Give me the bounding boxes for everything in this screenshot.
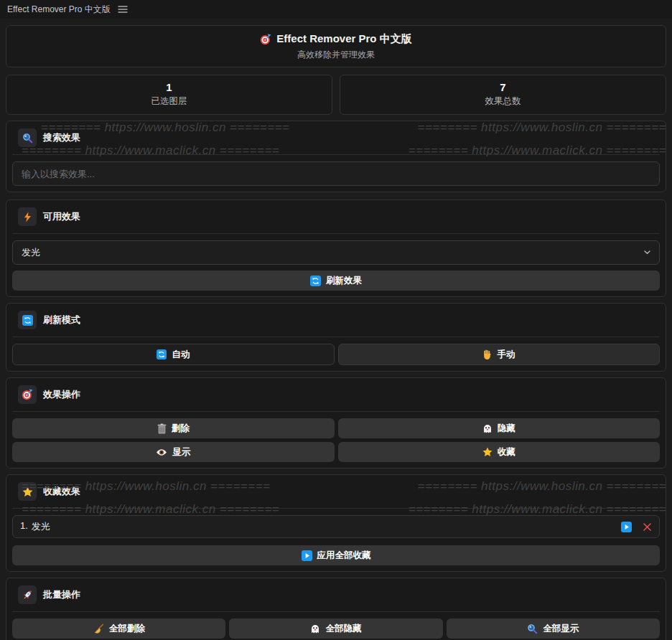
show-all-button[interactable]: 全部显示 — [447, 618, 660, 639]
auto-mode-button[interactable]: 自动 — [12, 344, 335, 365]
lightning-icon — [18, 207, 37, 226]
delete-all-button[interactable]: 全部删除 — [12, 618, 225, 639]
play-icon — [621, 522, 632, 532]
batch-header: 批量操作 — [12, 584, 660, 612]
operations-grid: 删除 隐藏 — [12, 418, 660, 462]
favorite-name: 1.发光 — [20, 520, 621, 533]
button-label: 显示 — [172, 446, 190, 458]
selected-effect: 发光 — [22, 246, 40, 259]
refresh-effects-button[interactable]: 刷新效果 — [12, 270, 660, 291]
section-title: 搜索效果 — [43, 131, 80, 144]
stat-label: 已选图层 — [6, 95, 332, 108]
button-label: 应用全部收藏 — [317, 550, 371, 562]
hide-effect-button[interactable]: 隐藏 — [338, 418, 661, 438]
broom-icon — [93, 623, 104, 634]
stat-value: 1 — [6, 81, 332, 93]
stat-value: 7 — [340, 81, 666, 93]
search-icon — [527, 623, 538, 634]
hand-icon — [482, 349, 492, 360]
stats-row: 1 已选图层 7 效果总数 — [6, 75, 666, 115]
section-title: 效果操作 — [43, 388, 80, 401]
show-effect-button[interactable]: 显示 — [12, 442, 335, 462]
ghost-icon — [482, 423, 493, 434]
favorites-section: 收藏效果 1.发光 — [6, 474, 666, 572]
eye-icon — [156, 448, 167, 456]
batch-section: 批量操作 全部删除 — [6, 578, 666, 640]
delete-effect-button[interactable]: 删除 — [12, 418, 335, 438]
stat-label: 效果总数 — [340, 95, 666, 108]
section-title: 收藏效果 — [43, 485, 80, 498]
header-card: Effect Remover Pro 中文版 高效移除并管理效果 — [6, 25, 666, 67]
search-input[interactable] — [12, 161, 660, 186]
rocket-icon — [18, 585, 37, 604]
button-label: 删除 — [172, 423, 190, 435]
favorite-effect-button[interactable]: 收藏 — [338, 442, 661, 462]
refresh-mode-header: 刷新模式 — [12, 309, 660, 337]
button-label: 全部删除 — [109, 623, 145, 635]
section-title: 可用效果 — [43, 210, 80, 223]
page-title: Effect Remover Pro 中文版 — [276, 32, 411, 46]
main-content: Effect Remover Pro 中文版 高效移除并管理效果 1 已选图层 … — [0, 19, 672, 640]
refresh-mode-section: 刷新模式 自动 — [6, 303, 666, 372]
button-label: 自动 — [172, 349, 190, 361]
page-subtitle: 高效移除并管理效果 — [12, 49, 660, 61]
refresh-icon — [18, 311, 37, 329]
trash-icon — [157, 423, 167, 434]
button-label: 全部显示 — [543, 623, 579, 635]
star-icon — [18, 482, 37, 501]
favorite-actions — [621, 522, 652, 532]
stat-selected-layers: 1 已选图层 — [6, 75, 332, 115]
refresh-icon — [157, 349, 167, 359]
effects-section: 可用效果 发光 刷新效果 — [6, 199, 666, 297]
star-icon — [482, 447, 493, 457]
button-label: 手动 — [497, 349, 515, 361]
operations-section: 效果操作 删除 — [6, 377, 666, 469]
ghost-icon — [310, 623, 320, 634]
app-header: Effect Remover Pro 中文版 — [12, 32, 660, 46]
hamburger-icon[interactable] — [118, 5, 128, 14]
button-label: 刷新效果 — [326, 275, 362, 287]
target-icon — [260, 34, 271, 45]
search-icon — [18, 128, 37, 147]
batch-grid: 全部删除 全部隐藏 — [12, 618, 660, 639]
titlebar: Effect Remover Pro 中文版 — [0, 0, 672, 19]
manual-mode-button[interactable]: 手动 — [338, 344, 661, 365]
stat-total-effects: 7 效果总数 — [340, 75, 666, 115]
window-title: Effect Remover Pro 中文版 — [7, 4, 111, 16]
apply-all-favorites-button[interactable]: 应用全部收藏 — [12, 545, 660, 565]
section-title: 刷新模式 — [43, 314, 80, 326]
button-label: 收藏 — [498, 446, 515, 458]
hide-all-button[interactable]: 全部隐藏 — [229, 618, 442, 639]
effects-section-header: 可用效果 — [12, 206, 660, 234]
button-label: 隐藏 — [498, 423, 515, 435]
play-icon — [302, 550, 312, 561]
favorite-list-item: 1.发光 — [12, 515, 660, 538]
effect-select[interactable]: 发光 — [12, 240, 660, 265]
search-section-header: 搜索效果 — [12, 127, 660, 155]
search-section: 搜索效果 — [6, 121, 666, 192]
close-icon — [643, 522, 652, 532]
mode-buttons: 自动 手动 — [12, 344, 660, 365]
section-title: 批量操作 — [43, 588, 80, 601]
refresh-icon — [310, 276, 321, 286]
button-label: 全部隐藏 — [325, 623, 361, 635]
remove-favorite-button[interactable] — [643, 522, 652, 532]
chevron-down-icon — [644, 250, 650, 255]
favorites-header: 收藏效果 — [12, 481, 660, 509]
target-icon — [18, 385, 37, 404]
operations-header: 效果操作 — [12, 384, 660, 412]
apply-favorite-button[interactable] — [621, 522, 632, 532]
